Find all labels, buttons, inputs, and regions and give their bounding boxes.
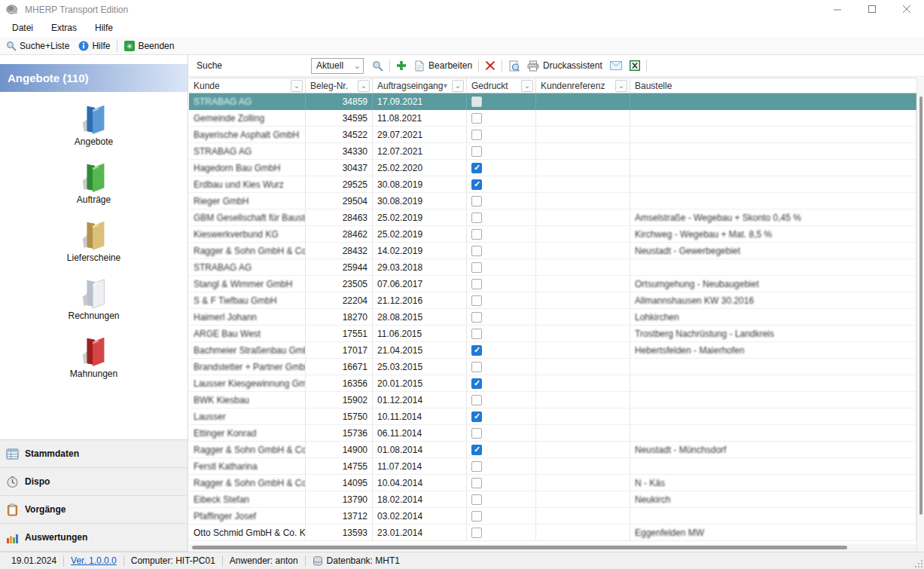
table-row[interactable]: Erdbau und Kies Wurz2952530.08.2019: [189, 176, 916, 193]
table-row[interactable]: Brandstetter + Partner GmbH1667125.03.20…: [189, 359, 916, 375]
resize-grip[interactable]: [913, 558, 922, 567]
table-row[interactable]: Ettinger Konrad1573606.11.2014: [189, 425, 916, 442]
horizontal-scrollbar-thumb[interactable]: [192, 546, 847, 549]
nav-item-stammdaten[interactable]: Stammdaten: [0, 440, 188, 468]
table-row[interactable]: Bachmeier Straßenbau GmbH1701721.04.2015…: [189, 342, 916, 359]
checkbox-unchecked[interactable]: [471, 213, 482, 223]
checkbox-unchecked[interactable]: [471, 395, 482, 405]
nav-item-vorgaenge[interactable]: Vorgänge: [0, 496, 188, 524]
table-row[interactable]: Bayerische Asphalt GmbH3452229.07.2021: [189, 127, 916, 143]
version-link[interactable]: Ver. 1.0.0.0: [71, 555, 117, 566]
delete-button[interactable]: [481, 57, 499, 74]
cell-beleg-nr: 28462: [306, 226, 373, 243]
table-row[interactable]: Ragger & Sohn GmbH & Co.KG2843214.02.201…: [189, 243, 916, 259]
close-button[interactable]: [889, 0, 924, 19]
checkbox-unchecked[interactable]: [471, 329, 482, 339]
checkbox-checked[interactable]: [471, 163, 482, 173]
cell-auftragseingang: 01.12.2014: [373, 392, 467, 408]
checkbox-unchecked[interactable]: [471, 511, 482, 522]
vertical-scrollbar-thumb[interactable]: [919, 96, 922, 515]
add-button[interactable]: [392, 57, 410, 74]
nav-item-dispo[interactable]: Dispo: [0, 468, 188, 496]
exit-button[interactable]: ✳ Beenden: [120, 38, 178, 54]
sidebar-folder-rechnungen[interactable]: Rechnungen: [49, 275, 139, 321]
filter-combobox[interactable]: Aktuell ⌄: [311, 58, 364, 74]
excel-export-button[interactable]: [626, 57, 644, 74]
table-row[interactable]: Pfaffinger Josef1371203.02.2014: [189, 508, 916, 525]
print-preview-button[interactable]: [505, 57, 523, 74]
column-header-gedruckt[interactable]: Gedruckt ⌄: [467, 78, 536, 93]
search-input[interactable]: [228, 58, 311, 73]
nav-item-auswertungen[interactable]: Auswertungen: [0, 524, 188, 552]
table-row[interactable]: Otto Schmid GmbH & Co. KG1359323.01.2014…: [189, 525, 916, 541]
checkbox-unchecked[interactable]: [471, 246, 482, 256]
checkbox-checked[interactable]: [471, 345, 482, 356]
help-button[interactable]: Hilfe: [74, 38, 114, 54]
filter-chevron-icon[interactable]: ⌄: [291, 80, 303, 92]
print-assistant-button[interactable]: Druckassistent: [523, 57, 606, 74]
table-row[interactable]: Kieswerkverbund KG2846225.02.2019Kirchwe…: [189, 226, 916, 243]
filter-chevron-icon[interactable]: ⌄: [358, 80, 370, 92]
table-row[interactable]: Gemeinde Zolling3459511.08.2021: [189, 110, 916, 127]
column-header-auftragseingang[interactable]: Auftragseingang ▼ ⌄: [373, 78, 467, 93]
checkbox-unchecked[interactable]: [471, 262, 482, 273]
menu-extras[interactable]: Extras: [42, 20, 86, 35]
search-list-button[interactable]: Suche+Liste: [2, 38, 74, 54]
checkbox-unchecked[interactable]: [471, 295, 482, 306]
checkbox-checked[interactable]: [471, 411, 482, 422]
checkbox-checked[interactable]: [471, 179, 482, 190]
table-row[interactable]: Lausser1575010.11.2014: [189, 408, 916, 425]
filter-chevron-icon[interactable]: ⌄: [615, 80, 627, 92]
checkbox-checked[interactable]: [471, 378, 482, 389]
table-row[interactable]: Stangl & Wimmer GmbH2350507.06.2017Ortsu…: [189, 276, 916, 292]
checkbox-unchecked[interactable]: [471, 494, 482, 505]
column-header-beleg-nr[interactable]: Beleg-Nr. ⌄: [306, 78, 373, 93]
sidebar-folder-mahnungen[interactable]: Mahnungen: [49, 333, 139, 379]
menu-hilfe[interactable]: Hilfe: [86, 20, 122, 35]
column-header-kundenreferenz[interactable]: Kundenreferenz ⌄: [536, 78, 630, 93]
cell-baustelle: Kirchweg - Wegebau + Mat. 8,5 %: [630, 226, 916, 243]
minimize-button[interactable]: [820, 0, 855, 19]
table-row[interactable]: GBM Gesellschaft für Baustoff-2846325.02…: [189, 210, 916, 226]
table-row[interactable]: STRABAG AG2594429.03.2018: [189, 259, 916, 276]
table-row[interactable]: BWK Kiesbau1590201.12.2014: [189, 392, 916, 408]
table-row[interactable]: Ragger & Sohn GmbH & Co.KG1409510.04.201…: [189, 475, 916, 491]
table-row[interactable]: Ferstl Katharina1475511.07.2014: [189, 458, 916, 475]
table-row[interactable]: Lausser Kiesgewinnung GmbH1635620.01.201…: [189, 375, 916, 392]
filter-chevron-icon[interactable]: ⌄: [521, 80, 533, 92]
table-row[interactable]: Ragger & Sohn GmbH & Co.KG1490001.08.201…: [189, 442, 916, 458]
edit-button[interactable]: Bearbeiten: [410, 57, 476, 74]
column-header-kunde[interactable]: Kunde ⌄: [189, 78, 306, 93]
sidebar-folder-lieferscheine[interactable]: Lieferscheine: [49, 217, 139, 263]
checkbox-unchecked[interactable]: [471, 196, 482, 206]
checkbox-unchecked[interactable]: [471, 130, 482, 140]
checkbox-unchecked[interactable]: [471, 146, 482, 157]
table-row[interactable]: Rieger GmbH2950430.08.2019: [189, 193, 916, 210]
checkbox-unchecked[interactable]: [471, 528, 482, 538]
table-row[interactable]: ARGE Bau West1755111.06.2015Trostberg Na…: [189, 326, 916, 342]
table-row[interactable]: Eibeck Stefan1379018.02.2014Neukirch: [189, 491, 916, 508]
email-button[interactable]: [606, 57, 626, 74]
column-header-baustelle[interactable]: Baustelle: [630, 78, 916, 93]
checkbox-unchecked[interactable]: [471, 362, 482, 372]
table-row[interactable]: Hagedorn Bau GmbH3043725.02.2020: [189, 160, 916, 176]
checkbox-unchecked[interactable]: [471, 279, 482, 289]
table-row[interactable]: S & F Tiefbau GmbH2220421.12.2016Allmann…: [189, 292, 916, 309]
checkbox-unchecked[interactable]: [471, 113, 482, 124]
table-row[interactable]: STRABAG AG3485917.09.2021: [189, 93, 916, 110]
checkbox-unchecked[interactable]: [471, 461, 482, 472]
sidebar-folder-angebote[interactable]: Angebote: [49, 101, 139, 147]
checkbox-unchecked[interactable]: [471, 478, 482, 488]
checkbox-unchecked[interactable]: [471, 96, 482, 107]
maximize-button[interactable]: [855, 0, 889, 19]
run-search-button[interactable]: [368, 57, 387, 74]
checkbox-unchecked[interactable]: [471, 312, 482, 323]
filter-chevron-icon[interactable]: ⌄: [452, 80, 464, 92]
table-row[interactable]: Haimerl Johann1827028.08.2015Lohkirchen: [189, 309, 916, 326]
table-row[interactable]: STRABAG AG3433012.07.2021: [189, 143, 916, 160]
checkbox-checked[interactable]: [471, 445, 482, 455]
menu-datei[interactable]: Datei: [3, 20, 42, 35]
checkbox-unchecked[interactable]: [471, 229, 482, 240]
checkbox-unchecked[interactable]: [471, 428, 482, 439]
sidebar-folder-auftraege[interactable]: Aufträge: [49, 159, 139, 205]
